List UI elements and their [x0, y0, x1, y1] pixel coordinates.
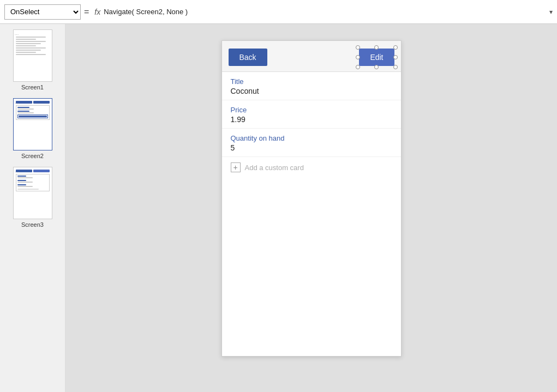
sidebar-item-screen1[interactable]: … Screen1 [4, 29, 61, 91]
thumb1-line [16, 45, 36, 46]
field-value-title: Coconut [231, 87, 392, 95]
phone-frame: Back Edit [221, 40, 402, 357]
thumb1-line [16, 37, 46, 38]
back-button[interactable]: Back [229, 49, 267, 66]
thumb3-edit-btn [33, 170, 50, 172]
field-label-title: Title [231, 77, 392, 86]
main-area: … Screen1 … [0, 24, 557, 392]
screen2-dots-icon: … [15, 100, 20, 105]
thumb3-card [16, 174, 50, 191]
formula-input[interactable] [104, 4, 546, 20]
sidebar-item-screen3[interactable]: … Screen [4, 167, 61, 228]
add-plus-icon: + [231, 162, 241, 172]
field-row-title: Title Coconut [222, 72, 401, 100]
thumb1-line [16, 43, 41, 44]
thumb1-line [16, 41, 46, 42]
formula-bar: OnSelect = fx ▾ [0, 0, 557, 24]
thumb2-edit-btn [33, 101, 50, 104]
phone-header: Back Edit [222, 41, 401, 71]
fx-label: fx [94, 8, 100, 16]
thumb1-line [16, 50, 41, 51]
formula-chevron-icon[interactable]: ▾ [549, 8, 553, 16]
thumb1-line [16, 52, 36, 53]
field-label-price: Price [231, 106, 392, 114]
edit-button[interactable]: Edit [359, 49, 394, 66]
field-label-quantity: Quantity on hand [231, 134, 392, 142]
field-row-price: Price 1.99 [222, 100, 401, 129]
screen2-label: Screen2 [21, 153, 44, 159]
field-value-quantity: 5 [231, 143, 392, 152]
sidebar: … Screen1 … [0, 24, 65, 392]
add-custom-card-row[interactable]: + Add a custom card [222, 157, 401, 178]
field-row-quantity: Quantity on hand 5 [222, 129, 401, 157]
screen1-thumbnail: … [13, 29, 52, 82]
screen1-dots-icon: … [15, 31, 20, 36]
thumb2-card [16, 105, 50, 120]
card-content: Title Coconut Price 1.99 Quantity on han… [222, 71, 401, 220]
screen1-label: Screen1 [21, 84, 44, 91]
thumb1-line [16, 39, 36, 40]
event-selector[interactable]: OnSelect [4, 4, 81, 20]
screen3-thumbnail: … [13, 167, 52, 219]
phone-bottom-area [222, 220, 401, 356]
edit-button-wrapper: Edit [359, 49, 394, 66]
add-custom-card-label: Add a custom card [245, 164, 304, 172]
screen3-label: Screen3 [21, 221, 44, 228]
field-value-price: 1.99 [231, 115, 392, 124]
canvas-area: Back Edit [65, 24, 557, 392]
thumb1-line [16, 47, 46, 49]
screen3-dots-icon: … [15, 168, 20, 173]
screen2-thumbnail: … [13, 98, 52, 150]
thumb1-line [16, 54, 46, 55]
equals-sign: = [84, 7, 89, 17]
sidebar-item-screen2[interactable]: … Scre [4, 98, 61, 159]
